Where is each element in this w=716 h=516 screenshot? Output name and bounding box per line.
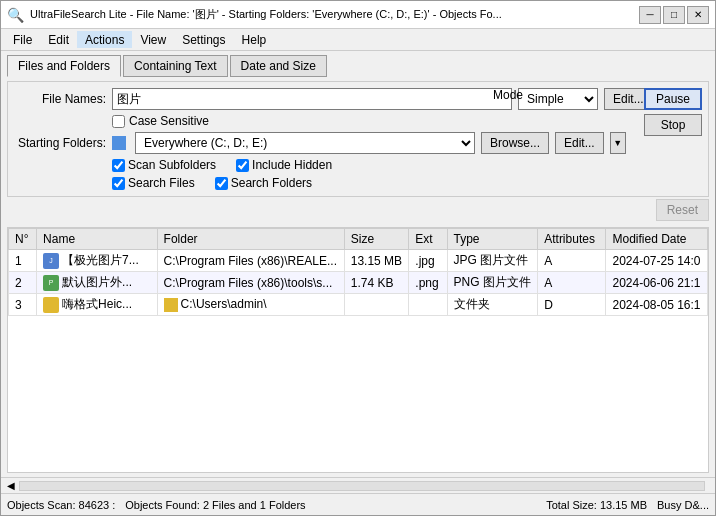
col-type[interactable]: Type: [447, 229, 538, 250]
main-window: 🔍 UltraFileSearch Lite - File Name: '图片'…: [0, 0, 716, 516]
cell-size: [344, 294, 409, 316]
file-names-input[interactable]: [112, 88, 512, 110]
mode-label: Mode: [493, 88, 523, 102]
scroll-left-arrow[interactable]: ◀: [7, 480, 15, 491]
col-attributes[interactable]: Attributes: [538, 229, 606, 250]
col-name[interactable]: Name: [37, 229, 157, 250]
cell-modified: 2024-07-25 14:0: [606, 250, 708, 272]
table-row[interactable]: 2 P默认图片外... C:\Program Files (x86)\tools…: [9, 272, 708, 294]
tab-containing-text[interactable]: Containing Text: [123, 55, 228, 77]
cell-name: J【极光图片7...: [37, 250, 157, 272]
cell-attributes: A: [538, 250, 606, 272]
window-controls: ─ □ ✕: [639, 6, 709, 24]
col-n[interactable]: N°: [9, 229, 37, 250]
case-sensitive-row: Case Sensitive: [112, 114, 700, 128]
results-table[interactable]: N° Name Folder Size Ext Type Attributes …: [7, 227, 709, 473]
cell-n: 2: [9, 272, 37, 294]
cell-name: P默认图片外...: [37, 272, 157, 294]
file-names-row: File Names: Simple Edit... ▼: [16, 88, 700, 110]
tab-bar: Files and Folders Containing Text Date a…: [7, 55, 709, 77]
cell-attributes: A: [538, 272, 606, 294]
menu-view[interactable]: View: [132, 31, 174, 48]
search-folders-item: Search Folders: [215, 176, 312, 190]
stop-button[interactable]: Stop: [644, 114, 702, 136]
menu-settings[interactable]: Settings: [174, 31, 233, 48]
cell-folder: C:\Users\admin\: [157, 294, 344, 316]
cell-modified: 2024-06-06 21:1: [606, 272, 708, 294]
scan-subfolders-checkbox[interactable]: [112, 159, 125, 172]
reset-row: Reset: [7, 197, 709, 223]
total-size: Total Size: 13.15 MB: [546, 499, 647, 511]
menu-bar: File Edit Actions View Settings Help: [1, 29, 715, 51]
cell-size: 1.74 KB: [344, 272, 409, 294]
objects-scan: Objects Scan: 84623 :: [7, 499, 115, 511]
options-row2: Search Files Search Folders: [112, 176, 700, 190]
starting-folders-label: Starting Folders:: [16, 136, 106, 150]
folder-color-icon: [112, 136, 126, 150]
options-row1: Scan Subfolders Include Hidden: [112, 158, 700, 172]
objects-found: Objects Found: 2 Files and 1 Folders: [125, 499, 305, 511]
close-button[interactable]: ✕: [687, 6, 709, 24]
starting-folders-row: Starting Folders: Everywhere (C:, D:, E:…: [16, 132, 700, 154]
search-folders-checkbox[interactable]: [215, 177, 228, 190]
cell-type: PNG 图片文件: [447, 272, 538, 294]
maximize-button[interactable]: □: [663, 6, 685, 24]
search-folders-label: Search Folders: [231, 176, 312, 190]
case-sensitive-checkbox[interactable]: [112, 115, 125, 128]
include-hidden-item: Include Hidden: [236, 158, 332, 172]
search-files-item: Search Files: [112, 176, 195, 190]
horizontal-scrollbar[interactable]: [19, 481, 705, 491]
menu-actions[interactable]: Actions: [77, 31, 132, 48]
search-panel: Mode Pause Stop File Names: Simple Edit.…: [7, 81, 709, 197]
menu-file[interactable]: File: [5, 31, 40, 48]
tab-files-and-folders[interactable]: Files and Folders: [7, 55, 121, 77]
include-hidden-checkbox[interactable]: [236, 159, 249, 172]
col-ext[interactable]: Ext: [409, 229, 447, 250]
content-area: Files and Folders Containing Text Date a…: [1, 51, 715, 477]
title-bar: 🔍 UltraFileSearch Lite - File Name: '图片'…: [1, 1, 715, 29]
tab-date-and-size[interactable]: Date and Size: [230, 55, 327, 77]
mode-select[interactable]: Simple: [518, 88, 598, 110]
cell-ext: .png: [409, 272, 447, 294]
minimize-button[interactable]: ─: [639, 6, 661, 24]
case-sensitive-label: Case Sensitive: [129, 114, 209, 128]
file-names-label: File Names:: [16, 92, 106, 106]
cell-attributes: D: [538, 294, 606, 316]
cell-folder: C:\Program Files (x86)\REALE...: [157, 250, 344, 272]
reset-button[interactable]: Reset: [656, 199, 709, 221]
cell-size: 13.15 MB: [344, 250, 409, 272]
search-files-checkbox[interactable]: [112, 177, 125, 190]
search-files-label: Search Files: [128, 176, 195, 190]
cell-ext: [409, 294, 447, 316]
cell-modified: 2024-08-05 16:1: [606, 294, 708, 316]
action-buttons: Pause Stop: [644, 88, 702, 136]
cell-type: JPG 图片文件: [447, 250, 538, 272]
edit-button-folders[interactable]: Edit...: [555, 132, 604, 154]
busy-status: Busy D&...: [657, 499, 709, 511]
include-hidden-label: Include Hidden: [252, 158, 332, 172]
starting-folders-select[interactable]: Everywhere (C:, D:, E:): [135, 132, 475, 154]
menu-help[interactable]: Help: [234, 31, 275, 48]
scan-subfolders-label: Scan Subfolders: [128, 158, 216, 172]
menu-edit[interactable]: Edit: [40, 31, 77, 48]
app-icon: 🔍: [7, 7, 24, 23]
col-folder[interactable]: Folder: [157, 229, 344, 250]
cell-name: 嗨格式Heic...: [37, 294, 157, 316]
table-header: N° Name Folder Size Ext Type Attributes …: [9, 229, 708, 250]
browse-button[interactable]: Browse...: [481, 132, 549, 154]
cell-type: 文件夹: [447, 294, 538, 316]
cell-folder: C:\Program Files (x86)\tools\s...: [157, 272, 344, 294]
status-bar: Objects Scan: 84623 : Objects Found: 2 F…: [1, 493, 715, 515]
cell-n: 1: [9, 250, 37, 272]
scan-subfolders-item: Scan Subfolders: [112, 158, 216, 172]
folders-dropdown-arrow[interactable]: ▼: [610, 132, 626, 154]
cell-n: 3: [9, 294, 37, 316]
col-modified[interactable]: Modified Date: [606, 229, 708, 250]
window-title: UltraFileSearch Lite - File Name: '图片' -…: [30, 7, 633, 22]
scroll-bar-area[interactable]: ◀: [1, 477, 715, 493]
table-row[interactable]: 3 嗨格式Heic... C:\Users\admin\ 文件夹 D 2024-…: [9, 294, 708, 316]
table-row[interactable]: 1 J【极光图片7... C:\Program Files (x86)\REAL…: [9, 250, 708, 272]
col-size[interactable]: Size: [344, 229, 409, 250]
cell-ext: .jpg: [409, 250, 447, 272]
pause-button[interactable]: Pause: [644, 88, 702, 110]
